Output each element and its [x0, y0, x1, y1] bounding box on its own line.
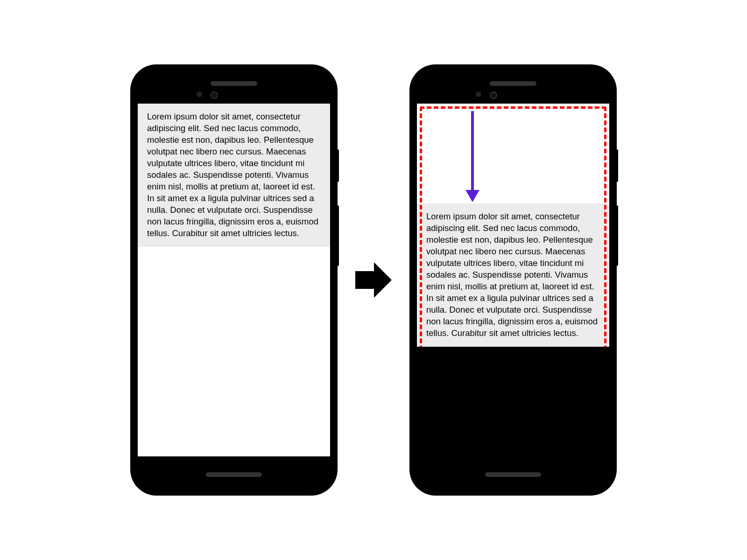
arrow-right-icon	[355, 262, 392, 298]
text-block-left: Lorem ipsum dolor sit amet, consectetur …	[138, 104, 330, 247]
phone-camera	[197, 91, 202, 97]
phone-screen-left: Lorem ipsum dolor sit amet, consectetur …	[138, 104, 330, 456]
phone-frame-right: Lorem ipsum dolor sit amet, consectetur …	[410, 65, 616, 495]
phone-speaker-bottom	[485, 472, 541, 477]
phone-inner-right: Lorem ipsum dolor sit amet, consectetur …	[417, 72, 609, 488]
phone-inner-left: Lorem ipsum dolor sit amet, consectetur …	[138, 72, 330, 488]
phone-power-button	[337, 149, 339, 182]
phone-sensor	[211, 91, 218, 99]
phone-speaker-top	[211, 81, 257, 86]
phone-screen-right: Lorem ipsum dolor sit amet, consectetur …	[417, 104, 609, 347]
transition-arrow	[355, 262, 392, 298]
scroll-direction-arrow	[471, 111, 479, 202]
phone-speaker-top	[490, 81, 536, 86]
phone-frame-left: Lorem ipsum dolor sit amet, consectetur …	[131, 65, 337, 495]
phone-camera	[476, 91, 481, 97]
diagram-container: Lorem ipsum dolor sit amet, consectetur …	[0, 0, 747, 560]
phone-sensor	[490, 91, 497, 99]
text-block-right: Lorem ipsum dolor sit amet, consectetur …	[417, 203, 609, 347]
phone-power-button	[616, 149, 618, 182]
phone-speaker-bottom	[206, 472, 262, 477]
phone-left: Lorem ipsum dolor sit amet, consectetur …	[131, 65, 337, 495]
phone-volume-button	[616, 205, 618, 266]
phone-volume-button	[337, 205, 339, 266]
phone-right: Lorem ipsum dolor sit amet, consectetur …	[410, 65, 616, 495]
